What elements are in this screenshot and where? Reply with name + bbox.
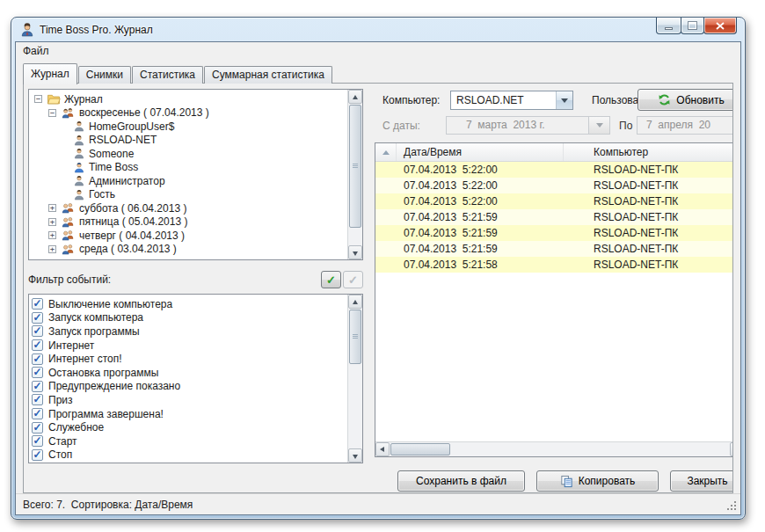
checkbox-checked[interactable]: ✓ xyxy=(32,422,43,434)
uncheck-all-button[interactable]: ✓ xyxy=(343,271,363,288)
checkbox-checked[interactable]: ✓ xyxy=(32,339,43,351)
computer-combobox[interactable]: RSLOAD.NET xyxy=(450,91,573,110)
filter-item[interactable]: ✓Запуск компьютера xyxy=(32,311,345,325)
table-row[interactable]: 07.04.2013 5:21:59RSLOAD-NET-ПК xyxy=(375,209,733,225)
filter-item[interactable]: ✓Выключение компьютера xyxy=(32,297,345,311)
copy-button[interactable]: Копировать xyxy=(536,470,659,492)
titlebar[interactable]: Time Boss Pro. Журнал xyxy=(11,18,745,41)
tree-item-user[interactable]: Администратор xyxy=(31,174,345,188)
scroll-up-button[interactable] xyxy=(348,90,362,104)
menu-file[interactable]: Файл xyxy=(16,42,56,60)
tree-label: Администратор xyxy=(89,175,165,187)
checkbox-checked[interactable]: ✓ xyxy=(32,298,43,310)
table-row[interactable]: 07.04.2013 5:21:59RSLOAD-NET-ПК xyxy=(375,225,733,241)
tree-item-day-collapsed[interactable]: + суббота ( 06.04.2013 ) xyxy=(31,201,345,215)
refresh-button-label: Обновить xyxy=(676,94,724,106)
tab-snapshots[interactable]: Снимки xyxy=(78,66,131,84)
checkbox-checked[interactable]: ✓ xyxy=(32,408,43,419)
check-icon: ✓ xyxy=(33,298,42,309)
scroll-down-button[interactable] xyxy=(348,245,362,259)
resize-grip-icon[interactable] xyxy=(726,500,737,511)
sort-indicator-column[interactable] xyxy=(375,143,397,161)
filter-item[interactable]: ✓Остановка программы xyxy=(32,366,345,380)
tab-summary-statistics[interactable]: Суммарная статистика xyxy=(204,66,332,84)
checkbox-checked[interactable]: ✓ xyxy=(32,325,43,337)
combobox-dropdown-button[interactable] xyxy=(556,91,572,109)
table-horizontal-scrollbar xyxy=(375,441,733,456)
tree-item-user[interactable]: HomeGroupUser$ xyxy=(31,120,345,134)
column-header-computer[interactable]: Компьютер xyxy=(564,143,733,161)
minimize-button[interactable] xyxy=(656,18,681,34)
close-dialog-button[interactable]: Закрыть xyxy=(670,470,733,492)
scroll-up-button[interactable] xyxy=(348,295,362,309)
tree-item-day-open[interactable]: − воскресенье ( 07.04.2013 ) xyxy=(31,106,345,120)
scrollbar-thumb[interactable] xyxy=(349,105,361,228)
checkbox-checked[interactable]: ✓ xyxy=(32,394,43,405)
checkbox-checked[interactable]: ✓ xyxy=(32,381,43,392)
tree-item-user[interactable]: RSLOAD-NET xyxy=(31,134,345,148)
tree-item-user[interactable]: Someone xyxy=(31,147,345,161)
expand-icon[interactable]: + xyxy=(48,245,56,253)
menubar: Файл xyxy=(16,42,740,62)
scrollbar-thumb[interactable] xyxy=(390,443,450,455)
tree-item-day-collapsed[interactable]: + четверг ( 04.04.2013 ) xyxy=(31,229,345,243)
filter-item[interactable]: ✓Запуск программы xyxy=(32,324,345,339)
tab-statistics[interactable]: Статистика xyxy=(132,66,203,84)
refresh-button[interactable]: Обновить xyxy=(638,89,733,111)
filter-item-label: Остановка программы xyxy=(48,367,158,379)
column-header-datetime[interactable]: Дата/Время xyxy=(397,143,564,161)
filter-item[interactable]: ✓Предупреждение показано xyxy=(32,380,345,394)
cell-datetime: 07.04.2013 5:22:00 xyxy=(397,179,564,192)
tree-item-day-collapsed[interactable]: + пятница ( 05.04.2013 ) xyxy=(31,215,345,230)
tree-item-user[interactable]: Time Boss xyxy=(31,161,345,175)
filter-item[interactable]: ✓Интернет стоп! xyxy=(32,352,345,366)
table-row[interactable]: 07.04.2013 5:22:00RSLOAD-NET-ПК xyxy=(375,162,733,178)
filter-item[interactable]: ✓Служебное xyxy=(32,420,345,434)
cell-computer: RSLOAD-NET-ПК xyxy=(564,195,678,208)
filter-item[interactable]: ✓Старт xyxy=(32,434,345,448)
expand-icon[interactable]: + xyxy=(48,204,56,212)
check-icon: ✓ xyxy=(33,422,42,433)
checkbox-checked[interactable]: ✓ xyxy=(32,367,43,378)
tree-item-user[interactable]: Гость xyxy=(31,188,345,202)
table-row[interactable]: 07.04.2013 5:22:00RSLOAD-NET-ПК xyxy=(375,193,733,209)
cell-datetime: 07.04.2013 5:21:59 xyxy=(397,243,564,255)
scroll-right-button[interactable] xyxy=(730,442,733,456)
check-icon: ✓ xyxy=(33,381,42,391)
scroll-left-button[interactable] xyxy=(375,442,390,456)
cell-computer: RSLOAD-NET-ПК xyxy=(564,243,678,255)
checkbox-checked[interactable]: ✓ xyxy=(32,353,43,365)
copy-icon xyxy=(560,475,573,488)
collapse-icon[interactable]: − xyxy=(48,109,56,117)
events-table: Дата/Время Компьютер 07.04.2013 5:22:00R… xyxy=(375,142,733,457)
maximize-button[interactable] xyxy=(681,18,704,34)
checkbox-checked[interactable]: ✓ xyxy=(32,312,43,324)
checkbox-checked[interactable]: ✓ xyxy=(32,463,43,463)
table-row[interactable]: 07.04.2013 5:21:58RSLOAD-NET-ПК xyxy=(375,257,733,273)
tree-item-day-collapsed[interactable]: + среда ( 03.04.2013 ) xyxy=(31,243,345,257)
scrollbar-thumb[interactable] xyxy=(349,310,361,364)
close-button[interactable] xyxy=(703,18,737,34)
checkbox-checked[interactable]: ✓ xyxy=(32,435,43,447)
save-to-file-button[interactable]: Сохранить в файл xyxy=(397,470,525,492)
tab-journal[interactable]: Журнал xyxy=(23,63,77,84)
filter-item[interactable]: ✓Стоп xyxy=(32,448,345,463)
checkbox-checked[interactable]: ✓ xyxy=(32,449,43,461)
user-icon xyxy=(73,162,85,173)
filter-item[interactable]: ✓Интернет xyxy=(32,339,345,353)
expand-icon[interactable]: + xyxy=(48,231,56,239)
check-icon: ✓ xyxy=(33,339,42,350)
expand-icon[interactable]: + xyxy=(48,218,56,226)
check-all-button[interactable]: ✓ xyxy=(321,271,341,288)
filter-item[interactable]: ✓Приз xyxy=(32,393,345,407)
filter-item[interactable]: ✓Терминирование! xyxy=(32,462,345,463)
table-row[interactable]: 07.04.2013 5:21:59RSLOAD-NET-ПК xyxy=(375,241,733,257)
table-row[interactable]: 07.04.2013 5:22:00RSLOAD-NET-ПК xyxy=(375,178,733,193)
group-icon xyxy=(61,230,76,241)
tree-item-journal-root[interactable]: − Журнал xyxy=(31,92,345,106)
close-button-label: Закрыть xyxy=(687,475,727,487)
collapse-icon[interactable]: − xyxy=(34,95,42,103)
cell-computer: RSLOAD-NET-ПК xyxy=(564,259,678,271)
filter-item[interactable]: ✓Программа завершена! xyxy=(32,407,345,421)
scroll-down-button[interactable] xyxy=(348,448,362,463)
